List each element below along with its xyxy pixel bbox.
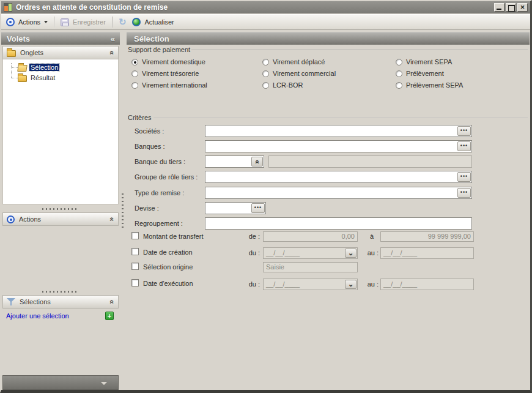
collapse-panel-icon[interactable]: « (108, 51, 117, 55)
date-creation-du-dropdown-button[interactable]: ⌄ (345, 249, 357, 258)
tree-item-selection[interactable]: Sélection (18, 62, 59, 72)
sidebar-header: Volets « (1, 32, 120, 45)
devise-input[interactable]: ••• (205, 202, 266, 214)
maximize-button[interactable] (506, 3, 516, 12)
onglets-tree: Sélection Résultat (2, 59, 119, 204)
radio-virement-tresorerie[interactable]: Virement trésorerie (131, 69, 199, 78)
tree-guide (11, 67, 18, 68)
radio-icon (396, 59, 402, 66)
selections-panel-title: Sélections (20, 298, 51, 305)
support-group-line (191, 49, 528, 50)
collapse-sidebar-icon[interactable]: « (111, 32, 115, 45)
sidebar-main-splitter[interactable] (120, 31, 125, 391)
date-execution-au-input[interactable]: __/__/____ (380, 279, 474, 290)
save-button[interactable]: Enregistrer (56, 15, 111, 29)
filter-icon (7, 298, 15, 306)
dropdown-arrow-icon (44, 21, 48, 23)
banques-browse-button[interactable]: ••• (457, 141, 471, 151)
selections-panel-header[interactable]: Sélections « (2, 295, 119, 309)
support-group-title: Support de paiement (128, 46, 190, 53)
checkbox-selection-origine[interactable] (131, 263, 139, 270)
save-label: Enregistrer (73, 18, 106, 26)
sidebar: Volets « Onglets « Sélection Résultat Ac (1, 31, 120, 391)
radio-label: Prélèvement (406, 70, 444, 77)
radio-icon (396, 82, 402, 89)
onglets-panel-title: Onglets (20, 49, 43, 56)
actualiser-button[interactable]: Actualiser (127, 15, 179, 29)
radio-virement-sepa[interactable]: Virement SEPA (396, 58, 452, 66)
criteres-group-line (153, 117, 528, 118)
toolbar-separator (112, 17, 113, 28)
date-execution-du-dropdown-button[interactable]: ⌄ (345, 280, 357, 289)
societes-browse-button[interactable]: ••• (457, 126, 471, 136)
montant-a-input[interactable]: 99 999 999,00 (380, 231, 474, 242)
minimize-button[interactable] (494, 3, 504, 12)
splitter-handle[interactable] (42, 291, 79, 293)
actualiser-icon (132, 18, 141, 26)
radio-virement-domestique[interactable]: Virement domestique (131, 58, 205, 66)
checkbox-date-execution[interactable] (131, 279, 139, 286)
toolbar-separator (54, 17, 54, 28)
collapse-panel-icon[interactable]: « (108, 300, 117, 304)
radio-prelevement-sepa[interactable]: Prélèvement SEPA (396, 81, 463, 89)
radio-label: Virement trésorerie (142, 70, 199, 77)
montant-a-label: à (365, 233, 374, 240)
type-remise-label: Type de remise : (135, 189, 184, 196)
date-execution-du-combo[interactable]: __/__/____ ⌄ (263, 279, 358, 290)
date-execution-au-label: au : (364, 280, 379, 288)
sidebar-collapse-bar[interactable] (2, 375, 119, 390)
chevron-down-icon (101, 382, 107, 385)
type-remise-input[interactable]: ••• (205, 187, 472, 199)
app-icon (4, 3, 12, 12)
tree-item-label: Résultat (29, 74, 56, 81)
banques-input[interactable]: ••• (205, 140, 472, 152)
actions-panel-header[interactable]: Actions « (2, 212, 119, 226)
radio-icon (262, 70, 269, 77)
type-remise-browse-button[interactable]: ••• (457, 188, 471, 198)
groupe-role-input[interactable]: ••• (205, 171, 472, 183)
date-creation-label: Date de création (143, 249, 193, 256)
radio-virement-commercial[interactable]: Virement commercial (262, 69, 336, 78)
date-placeholder: __/__/____ (383, 280, 417, 288)
checkbox-date-creation[interactable] (131, 248, 139, 255)
add-selection-plus-icon[interactable]: + (105, 312, 114, 320)
actions-menu-button[interactable]: Actions (1, 15, 53, 29)
splitter-dots (122, 191, 124, 228)
societes-input[interactable]: ••• (205, 125, 472, 137)
radio-lcr-bor[interactable]: LCR-BOR (262, 81, 303, 89)
collapse-panel-icon[interactable]: « (108, 217, 117, 222)
banque-tiers-combo[interactable]: » (205, 155, 264, 168)
toolbar: Actions Enregistrer ↻ Actualiser (1, 14, 530, 30)
devise-browse-button[interactable]: ••• (251, 203, 265, 213)
selection-origine-input[interactable]: Saisie (263, 262, 358, 272)
onglets-panel-header[interactable]: Onglets « (2, 46, 119, 59)
window-titlebar: Ordres en attente de constitution de rem… (1, 1, 530, 13)
groupe-role-browse-button[interactable]: ••• (457, 172, 471, 182)
radio-label: Virement commercial (273, 70, 336, 77)
radio-virement-international[interactable]: Virement international (131, 81, 207, 89)
montant-de-label: de : (237, 233, 260, 240)
actions-panel-title: Actions (19, 215, 41, 223)
checkbox-montant-transfert[interactable] (131, 232, 139, 239)
radio-icon (131, 59, 138, 66)
regroupement-input[interactable] (205, 217, 472, 230)
main-header: Sélection (127, 32, 530, 45)
date-placeholder: __/__/____ (266, 249, 300, 256)
add-selection-link[interactable]: Ajouter une sélection (6, 312, 69, 320)
date-creation-au-input[interactable]: __/__/____ (380, 247, 474, 259)
radio-prelevement[interactable]: Prélèvement (396, 69, 444, 78)
radio-virement-deplace[interactable]: Virement déplacé (262, 58, 325, 66)
regroupement-label: Regroupement : (135, 220, 183, 227)
date-creation-du-combo[interactable]: __/__/____ ⌄ (263, 247, 358, 259)
montant-transfert-label: Montant de transfert (143, 233, 203, 240)
radio-label: Prélèvement SEPA (406, 81, 463, 89)
close-button[interactable]: ✕ (517, 3, 528, 12)
tree-item-resultat[interactable]: Résultat (18, 73, 56, 83)
refresh-button[interactable]: ↻ (114, 15, 128, 29)
radio-icon (262, 82, 269, 89)
societes-label: Sociétés : (135, 127, 164, 135)
splitter-handle[interactable] (42, 208, 79, 210)
montant-de-input[interactable]: 0,00 (263, 231, 358, 242)
radio-label: Virement SEPA (406, 58, 452, 66)
banque-tiers-expand-button[interactable]: » (251, 157, 263, 167)
